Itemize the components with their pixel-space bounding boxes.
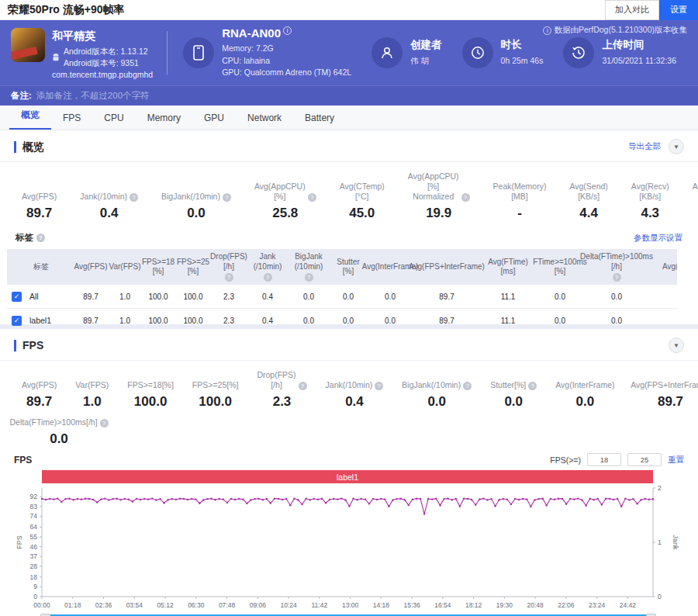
fps-point (226, 502, 228, 504)
fps-point (648, 499, 650, 500)
fps-point (293, 498, 295, 500)
help-icon[interactable]: ? (130, 193, 138, 202)
cell: 0.0 (288, 317, 330, 325)
fps-collapse-button[interactable]: ▼ (669, 337, 684, 353)
stat-Drop(FPS)[/h]: Drop(FPS)[/h]?2.3 (257, 370, 306, 410)
fps-point (471, 499, 472, 500)
chart-label-banner: label1 (42, 470, 653, 483)
android-version-code: Android版本号: 9351 (64, 57, 148, 69)
table-row: ✓All89.71.0100.0100.02.30.40.00.00.089.7… (7, 285, 677, 309)
x-tick-label: 23:24 (589, 601, 606, 609)
column-header: 标签 (7, 259, 72, 275)
tab-概览[interactable]: 概览 (9, 102, 51, 130)
fps-point (376, 499, 378, 500)
help-icon[interactable]: ? (223, 193, 231, 202)
fps-chart[interactable]: 0918283746556474839201200:0001:1802:3603… (14, 483, 684, 614)
help-icon[interactable]: ? (264, 273, 272, 282)
fps-point (372, 498, 374, 500)
stat-label: Avg(AppCPU)[%] Normalized? (408, 171, 470, 202)
help-icon[interactable]: ? (308, 193, 316, 202)
y-tick-label: 0 (658, 593, 662, 600)
help-icon[interactable]: ? (225, 273, 233, 282)
android-version-row: Android版本名: 1.13.12 Android版本号: 9351 (52, 46, 153, 69)
settings-button[interactable]: 设置 (659, 0, 698, 20)
compare-button[interactable]: 加入对比 (605, 0, 659, 20)
fps-threshold-high-input[interactable] (627, 453, 662, 466)
fps-point (163, 502, 164, 504)
row-checkbox[interactable]: ✓ (12, 316, 22, 326)
overview-stats-row: Avg(FPS)89.7Jank(/10min)?0.4BigJank(/10m… (14, 162, 684, 221)
cell: 0.0 (584, 292, 649, 301)
cell: 89.7 (72, 317, 109, 325)
fps-point (210, 498, 212, 500)
tab-Battery[interactable]: Battery (293, 106, 346, 130)
tab-FPS[interactable]: FPS (51, 106, 92, 130)
cell: 0.0 (330, 317, 367, 325)
fps-point (171, 498, 173, 500)
cell: 1.0 (109, 317, 140, 325)
fps-point (100, 499, 102, 500)
help-icon[interactable]: ? (375, 382, 383, 390)
help-icon[interactable]: ? (461, 193, 470, 202)
stat-label: BigJank(/10min)? (161, 192, 231, 202)
y-tick-label: 28 (30, 562, 38, 570)
help-icon[interactable]: ? (463, 382, 472, 390)
fps-point (522, 498, 524, 500)
fps-point (68, 498, 70, 500)
fps-point (384, 499, 385, 500)
reset-link[interactable]: 重置 (668, 455, 684, 465)
fps-point (183, 498, 185, 500)
stat-value: 100.0 (127, 394, 174, 410)
tab-CPU[interactable]: CPU (92, 106, 135, 130)
fps-point (534, 500, 535, 501)
fps-point (159, 498, 161, 500)
note-bar[interactable]: 备注: 添加备注，不超过200个字符 (0, 85, 698, 106)
help-icon[interactable]: ? (36, 234, 45, 242)
cell: 89.7 (413, 317, 480, 325)
stat-BigJank(/10min): BigJank(/10min)?0.0 (161, 192, 231, 221)
fps-point (644, 498, 646, 500)
help-icon[interactable]: ? (305, 273, 313, 282)
row-label-cell: ✓label1 (7, 316, 72, 326)
help-icon[interactable]: ? (528, 382, 537, 390)
fps-chart-title: FPS (14, 455, 32, 465)
export-all-link[interactable]: 导出全部 (628, 141, 661, 152)
param-display-settings-link[interactable]: 参数显示设置 (634, 233, 682, 244)
fps-point (257, 498, 259, 500)
duration-value: 0h 25m 46s (501, 55, 544, 67)
y-axis-title-left: FPS (16, 536, 23, 550)
help-icon[interactable]: ? (613, 273, 621, 282)
stat-label: Avg(FPS) (22, 192, 57, 202)
stat-label: Avg(Send)[KB/s] (569, 182, 607, 202)
fps-point (45, 499, 47, 500)
y-axis-title-right: Jank (672, 535, 679, 551)
fps-point (195, 499, 196, 500)
overview-collapse-button[interactable]: ▼ (669, 139, 684, 154)
fps-point (537, 498, 539, 500)
fps-point (490, 498, 492, 500)
fps-point (187, 499, 188, 500)
fps-point (128, 499, 130, 500)
help-icon[interactable]: ? (299, 382, 307, 390)
fps-point (506, 499, 508, 500)
fps-point (348, 506, 350, 507)
phone-icon (183, 37, 214, 68)
device-info-icon[interactable]: i (283, 26, 292, 35)
tab-Memory[interactable]: Memory (136, 106, 192, 130)
fps-point (297, 500, 299, 501)
stat-label: Avg(Power)[mW]? (693, 182, 698, 202)
fps-point (365, 499, 366, 500)
fps-threshold-low-input[interactable] (587, 453, 621, 466)
fps-point (368, 503, 370, 504)
tab-GPU[interactable]: GPU (192, 106, 236, 130)
x-tick-label: 11:42 (311, 601, 327, 609)
row-checkbox[interactable]: ✓ (12, 292, 22, 302)
cell: 11.1 (480, 317, 536, 325)
x-tick-label: 02:36 (95, 601, 112, 609)
help-icon[interactable]: ? (100, 419, 109, 427)
tab-Network[interactable]: Network (236, 106, 293, 130)
fps-point (554, 499, 555, 500)
fps-point (467, 498, 468, 500)
cell: 1.0 (109, 292, 140, 301)
stat-Avg(AppCPU)[%] Normalized: Avg(AppCPU)[%] Normalized?19.9 (408, 171, 470, 221)
